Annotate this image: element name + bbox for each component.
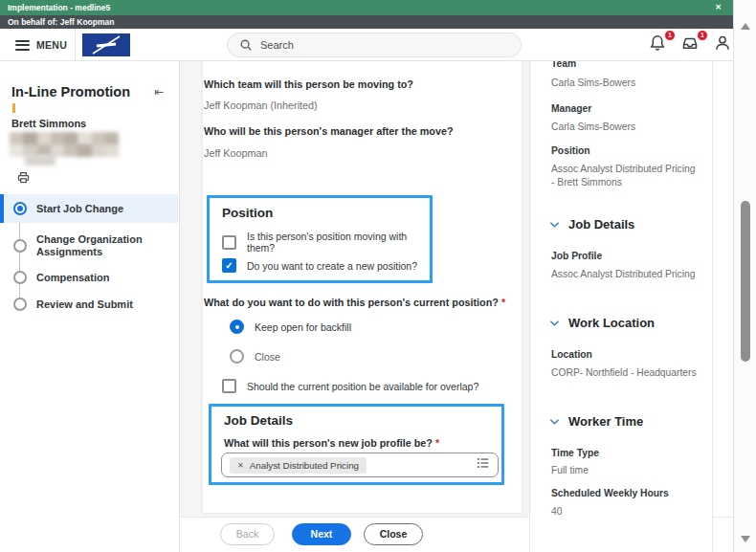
process-title: In-Line Promotion: [11, 84, 130, 99]
question-manager: Who will be this person's manager after …: [204, 125, 454, 137]
close-icon[interactable]: ✕: [715, 0, 722, 15]
section-title: Work Location: [568, 316, 655, 330]
inbox-button[interactable]: 1: [681, 34, 702, 55]
scrollbar-thumb[interactable]: [741, 201, 750, 362]
search-icon: [239, 38, 253, 52]
close-position-radio[interactable]: [230, 349, 244, 364]
position-section-title: Position: [222, 206, 273, 220]
environment-bar: Implementation - medline5 ✕: [0, 0, 733, 15]
app-window: Implementation - medline5 ✕ On behalf of…: [0, 0, 756, 552]
scroll-down-icon[interactable]: [741, 536, 750, 542]
chevron-down-icon: [549, 320, 560, 327]
close-position-label: Close: [255, 351, 280, 363]
position-moving-checkbox[interactable]: [222, 235, 236, 250]
position-highlight-box: Position Is this person's position movin…: [207, 195, 433, 283]
section-worker-time[interactable]: Worker Time: [549, 414, 643, 429]
answer-team: Jeff Koopman (Inherited): [204, 99, 318, 111]
keep-open-radio[interactable]: [230, 320, 244, 334]
question-team: Which team will this person be moving to…: [204, 78, 413, 90]
step-compensation[interactable]: Compensation: [0, 264, 178, 291]
step-indicator: [13, 298, 27, 311]
job-profile-question-text: What will this person's new job profile …: [224, 437, 433, 449]
field-value-position: Assoc Analyst Distributed Pricing - Bret…: [551, 163, 700, 189]
step-label: Review and Submit: [36, 298, 133, 311]
search-placeholder: Search: [260, 39, 294, 51]
notifications-badge: 1: [664, 30, 676, 41]
page-scrollbar[interactable]: [733, 0, 756, 552]
step-label: Start Job Change: [36, 203, 123, 215]
create-position-checkbox[interactable]: ✓: [222, 258, 236, 273]
create-position-row: ✓ Do you want to create a new position?: [222, 258, 417, 273]
next-button[interactable]: Next: [292, 523, 351, 545]
main-content: Which team will this person be moving to…: [180, 61, 529, 517]
app-header: MENU Search 1: [0, 29, 733, 61]
section-work-location[interactable]: Work Location: [549, 316, 655, 330]
back-button[interactable]: Back: [220, 523, 275, 545]
redacted-position-text: [10, 132, 119, 157]
scroll-up-icon[interactable]: [741, 23, 750, 30]
step-label: Change Organization Assignments: [36, 233, 149, 258]
section-job-details[interactable]: Job Details: [549, 217, 634, 232]
position-moving-label: Is this person's position moving with th…: [247, 231, 430, 254]
position-moving-row: Is this person's position moving with th…: [222, 231, 430, 254]
job-details-section-title: Job Details: [224, 413, 293, 428]
job-profile-input[interactable]: ✕ Analyst Distributed Pricing: [221, 453, 499, 477]
step-label: Compensation: [36, 272, 109, 284]
logo-mark-icon: [85, 35, 127, 55]
person-icon: [714, 34, 731, 52]
field-label-job-profile: Job Profile: [551, 251, 602, 261]
field-label-scheduled-weekly-hours: Scheduled Weekly Hours: [551, 488, 669, 498]
step-indicator: [13, 271, 27, 284]
step-indicator: [13, 239, 27, 253]
collapse-panel-icon[interactable]: ⇤: [154, 85, 164, 99]
on-behalf-bar: On behalf of: Jeff Koopman: [0, 15, 733, 29]
overlap-label: Should the current position be available…: [247, 381, 478, 392]
step-change-organization-assignments[interactable]: Change Organization Assignments: [0, 230, 178, 262]
section-title: Worker Time: [568, 414, 643, 429]
remove-token-icon[interactable]: ✕: [237, 461, 244, 470]
field-value-manager: Carla Sims-Bowers: [551, 121, 700, 134]
summary-panel: Team Carla Sims-Bowers Manager Carla Sim…: [529, 61, 713, 552]
header-divider: [75, 29, 76, 60]
profile-button[interactable]: [714, 34, 735, 55]
field-label-time-type: Time Type: [551, 448, 599, 458]
environment-title: Implementation - medline5: [8, 3, 110, 12]
field-label-location: Location: [551, 349, 592, 360]
required-asterisk: *: [435, 437, 439, 449]
answer-manager: Jeff Koopman: [204, 147, 267, 159]
notifications-button[interactable]: 1: [649, 34, 670, 55]
token-label: Analyst Distributed Pricing: [250, 460, 359, 471]
field-value-time-type: Full time: [551, 464, 700, 477]
printer-icon: [16, 170, 31, 185]
progress-tick: [12, 103, 15, 113]
step-start-job-change[interactable]: Start Job Change: [0, 194, 178, 223]
search-input[interactable]: Search: [227, 33, 522, 57]
chevron-down-icon: [549, 221, 560, 229]
subject-worker-name: Brett Simmons: [11, 118, 86, 129]
on-behalf-text: On behalf of: Jeff Koopman: [8, 17, 114, 27]
close-button[interactable]: Close: [364, 523, 423, 545]
keep-open-row: Keep open for backfill: [230, 320, 351, 334]
hamburger-icon: [15, 40, 30, 51]
field-label-manager: Manager: [551, 103, 591, 114]
left-sidebar: In-Line Promotion ⇤ Brett Simmons Start …: [0, 61, 180, 552]
selected-job-profile-token: ✕ Analyst Distributed Pricing: [230, 457, 367, 474]
section-title: Job Details: [568, 217, 634, 232]
print-button[interactable]: [16, 170, 31, 188]
required-asterisk: *: [501, 297, 505, 308]
job-profile-question: What will this person's new job profile …: [224, 437, 439, 449]
overlap-row: Should the current position be available…: [222, 379, 478, 393]
current-position-question: What do you want to do with this person'…: [204, 297, 505, 308]
field-value-scheduled-weekly-hours: 40: [551, 505, 700, 519]
overlap-checkbox[interactable]: [222, 379, 236, 393]
menu-label: MENU: [36, 39, 67, 51]
field-value-team: Carla Sims-Bowers: [551, 77, 700, 90]
prompt-list-icon[interactable]: [476, 456, 490, 474]
step-review-and-submit[interactable]: Review and Submit: [0, 291, 178, 318]
step-active-indicator: [13, 202, 27, 215]
create-position-label: Do you want to create a new position?: [247, 260, 417, 272]
company-logo[interactable]: [82, 33, 130, 56]
menu-button[interactable]: MENU: [15, 36, 67, 54]
chevron-down-icon: [549, 418, 560, 426]
inbox-badge: 1: [697, 30, 708, 41]
